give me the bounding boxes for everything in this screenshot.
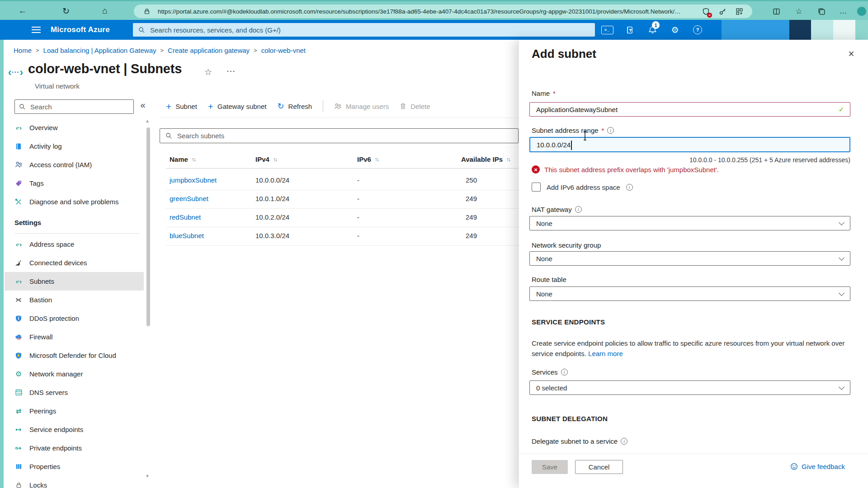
name-field[interactable]: ✓ xyxy=(529,102,850,117)
azure-brand[interactable]: Microsoft Azure xyxy=(51,25,110,34)
split-screen-icon[interactable] xyxy=(769,5,783,18)
save-button[interactable]: Save xyxy=(532,460,568,474)
collections-icon[interactable] xyxy=(815,5,828,18)
subnet-range-input[interactable] xyxy=(536,141,844,149)
ipv4-cell: 10.0.0.0/24 xyxy=(255,176,289,184)
info-icon[interactable]: i xyxy=(626,184,633,191)
address-bar[interactable]: https://portal.azure.com/#@kodekloudlab.… xyxy=(134,5,752,18)
add-subnet-button[interactable]: + Subnet xyxy=(166,102,197,111)
sidebar-scrollbar-thumb[interactable] xyxy=(146,127,150,326)
global-search-input[interactable] xyxy=(149,26,590,34)
route-table-select[interactable]: None xyxy=(529,286,850,301)
cancel-button[interactable]: Cancel xyxy=(575,460,623,474)
sidebar-item-network-manager[interactable]: ⚙ Network manager xyxy=(5,365,144,383)
info-icon[interactable]: i xyxy=(561,369,568,375)
subnets-icon: ‹·› xyxy=(14,277,24,286)
info-icon[interactable]: i xyxy=(575,206,582,213)
subnet-search-input[interactable] xyxy=(176,131,513,140)
column-header-ipv4[interactable]: IPv4↑↓ xyxy=(255,155,277,163)
delete-button[interactable]: Delete xyxy=(400,103,430,110)
favorite-star-icon[interactable]: ☆ xyxy=(204,67,212,77)
info-icon[interactable]: i xyxy=(607,127,614,134)
sidebar-item-properties[interactable]: Properties xyxy=(5,457,144,476)
tracking-prevention-icon[interactable]: × xyxy=(700,5,712,17)
nsg-select[interactable]: None xyxy=(529,251,850,266)
page-subtitle: Virtual network xyxy=(35,82,80,90)
sidebar-item-bastion[interactable]: Bastion xyxy=(5,291,144,309)
subnet-link[interactable]: greenSubnet xyxy=(170,195,208,202)
sidebar-item-dns-servers[interactable]: www DNS servers xyxy=(5,383,144,402)
column-header-name[interactable]: Name↑↓ xyxy=(170,155,195,163)
nat-gateway-select[interactable]: None xyxy=(529,216,850,230)
add-gateway-subnet-button[interactable]: + Gateway subnet xyxy=(208,102,267,111)
breadcrumb-load-balancing[interactable]: Load balancing | Application Gateway xyxy=(43,47,156,54)
sidebar-item-access-control[interactable]: Access control (IAM) xyxy=(5,155,144,174)
breadcrumb-create-appgw[interactable]: Create application gateway xyxy=(168,47,250,54)
learn-more-link[interactable]: Learn more xyxy=(588,350,623,357)
global-search[interactable] xyxy=(133,23,595,37)
sidebar-item-service-endpoints[interactable]: Service endpoints xyxy=(5,420,144,439)
account-area-block xyxy=(833,20,855,40)
available-ips-cell: 249 xyxy=(466,232,477,239)
sidebar-item-firewall[interactable]: Firewall xyxy=(5,328,144,346)
text-caret xyxy=(571,141,572,150)
settings-gear-icon[interactable]: ⚙ xyxy=(667,24,683,35)
manage-users-button[interactable]: Manage users xyxy=(334,103,389,110)
sidebar-item-address-space[interactable]: ‹·› Address space xyxy=(5,235,144,253)
collapse-sidebar-icon[interactable]: « xyxy=(137,100,148,110)
sidebar-scroll-up-icon[interactable]: ▲ xyxy=(145,118,150,123)
subnet-link[interactable]: blueSubnet xyxy=(170,232,204,239)
sidebar-item-diagnose[interactable]: Diagnose and solve problems xyxy=(5,192,144,211)
sidebar-search[interactable] xyxy=(14,99,134,114)
info-icon[interactable]: i xyxy=(621,438,627,445)
password-key-icon[interactable] xyxy=(717,5,728,17)
favorites-star-icon[interactable]: ☆ xyxy=(792,5,806,18)
give-feedback-link[interactable]: Give feedback xyxy=(790,463,845,470)
sidebar-item-subnets[interactable]: ‹·› Subnets xyxy=(5,272,144,291)
browser-profile-avatar[interactable] xyxy=(856,6,867,17)
browser-back-button[interactable]: ← xyxy=(15,4,30,18)
connected-devices-icon xyxy=(14,258,24,267)
column-header-available-ips[interactable]: Available IPs↑↓ xyxy=(461,155,510,163)
ipv4-cell: 10.0.1.0/24 xyxy=(255,195,289,202)
sidebar-item-activity-log[interactable]: Activity log xyxy=(5,137,144,155)
column-header-ipv6[interactable]: IPv6↑↓ xyxy=(357,155,378,163)
more-actions-icon[interactable]: … xyxy=(226,63,236,74)
portal-menu-icon[interactable] xyxy=(32,27,41,33)
cloud-shell-icon[interactable]: >_ xyxy=(599,24,615,35)
sidebar-item-ddos[interactable]: DDoS protection xyxy=(5,309,144,328)
name-input[interactable] xyxy=(535,105,839,114)
notifications-bell-icon[interactable]: 1 xyxy=(645,24,660,35)
help-icon[interactable]: ? xyxy=(690,24,705,35)
services-select[interactable]: 0 selected xyxy=(529,380,850,395)
breadcrumb-vnet[interactable]: color-web-vnet xyxy=(261,47,306,54)
command-bar: + Subnet + Gateway subnet ↻ Refresh Mana… xyxy=(166,98,430,115)
breadcrumb-home[interactable]: Home xyxy=(14,47,32,54)
refresh-button[interactable]: ↻ Refresh xyxy=(277,102,312,110)
divider xyxy=(160,117,519,118)
subnet-link[interactable]: jumpboxSubnet xyxy=(170,176,217,184)
browser-refresh-button[interactable]: ↻ xyxy=(59,4,73,18)
workspaces-icon[interactable] xyxy=(733,5,745,17)
name-label: Name* xyxy=(532,89,556,97)
sidebar-item-peerings[interactable]: ⇄ Peerings xyxy=(5,402,144,420)
sidebar-section-settings: Settings xyxy=(14,219,41,226)
sidebar-item-locks[interactable]: Locks xyxy=(5,476,144,488)
required-marker: * xyxy=(553,89,556,97)
sidebar-item-tags[interactable]: Tags xyxy=(5,174,144,192)
browser-settings-icon[interactable]: … xyxy=(836,5,850,18)
browser-home-button[interactable]: ⌂ xyxy=(98,4,112,18)
sidebar-scroll-down-icon[interactable]: ▼ xyxy=(145,474,150,479)
ipv6-checkbox[interactable] xyxy=(532,183,541,192)
refresh-icon: ↻ xyxy=(277,102,284,110)
subnet-search[interactable] xyxy=(160,128,519,143)
directory-filter-icon[interactable] xyxy=(622,24,637,35)
sidebar-search-input[interactable] xyxy=(29,103,129,111)
subnet-range-field[interactable] xyxy=(529,137,850,152)
sidebar-item-private-endpoints[interactable]: Private endpoints xyxy=(5,439,144,457)
sidebar-item-defender[interactable]: Microsoft Defender for Cloud xyxy=(5,346,144,365)
close-icon[interactable]: × xyxy=(844,47,858,61)
sidebar-item-connected-devices[interactable]: Connected devices xyxy=(5,253,144,272)
sidebar-item-overview[interactable]: ‹·› Overview xyxy=(5,118,144,137)
subnet-link[interactable]: redSubnet xyxy=(170,213,201,221)
